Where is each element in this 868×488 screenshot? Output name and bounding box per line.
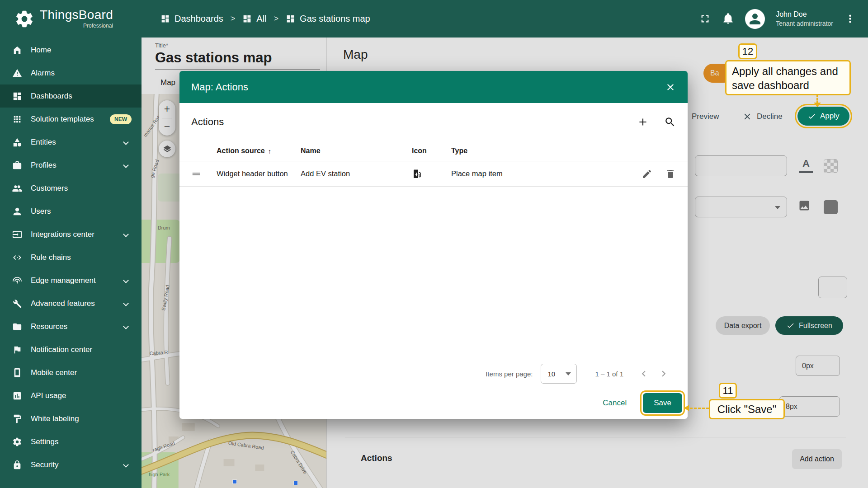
- edit-action-button[interactable]: [642, 169, 652, 179]
- chevron-down-icon: [123, 277, 129, 283]
- chevron-down-icon: [123, 462, 129, 468]
- brand-logo[interactable]: ThingsBoard Professional: [0, 9, 142, 29]
- breadcrumb-all[interactable]: All: [242, 14, 266, 24]
- brand-name: ThingsBoard: [40, 9, 113, 21]
- resources-icon: [12, 322, 22, 332]
- step-12-callout: Apply all changes and save dashboard: [725, 60, 851, 95]
- delete-action-button[interactable]: [665, 169, 676, 179]
- apply-button[interactable]: Apply: [797, 107, 849, 126]
- caret-down-icon: [566, 372, 571, 375]
- drag-handle-icon[interactable]: [191, 169, 211, 179]
- sidebar-item-users[interactable]: Users: [0, 200, 142, 223]
- pagination: Items per page: 10 1 – 1 of 1: [179, 360, 688, 387]
- kebab-menu-icon: [844, 13, 856, 25]
- top-bar: ThingsBoard Professional Dashboards > Al…: [0, 0, 868, 38]
- bell-icon: [722, 13, 734, 25]
- dialog-close-button[interactable]: [665, 82, 676, 93]
- column-name[interactable]: Name: [301, 147, 412, 155]
- sidebar-item-integrations-center[interactable]: Integrations center: [0, 223, 142, 246]
- chevron-left-icon: [638, 368, 650, 380]
- mobile-center-icon: [12, 368, 22, 378]
- callout-connector: [690, 408, 709, 409]
- notification-center-icon: [12, 345, 22, 355]
- map-actions-dialog: Map: Actions Actions Action source ↑ Nam…: [179, 71, 688, 419]
- person-icon: [748, 12, 762, 26]
- dialog-title: Map: Actions: [191, 81, 248, 93]
- search-icon: [664, 116, 676, 128]
- sidebar-item-solution-templates[interactable]: Solution templatesNEW: [0, 108, 142, 131]
- sidebar-item-resources[interactable]: Resources: [0, 315, 142, 338]
- sidebar-item-alarms[interactable]: Alarms: [0, 61, 142, 84]
- close-icon: [665, 82, 676, 93]
- table-row[interactable]: Widget header button Add EV station Plac…: [179, 161, 688, 187]
- actions-section-title: Actions: [191, 116, 224, 128]
- add-action-button[interactable]: [637, 116, 649, 128]
- white-labeling-icon: [12, 414, 22, 424]
- sidebar-item-advanced-features[interactable]: Advanced features: [0, 292, 142, 315]
- sidebar-item-home[interactable]: Home: [0, 38, 142, 61]
- trash-icon: [665, 169, 676, 179]
- dialog-header: Map: Actions: [179, 71, 688, 103]
- step-11-callout: Click "Save": [709, 399, 785, 419]
- cell-name: Add EV station: [301, 169, 412, 178]
- next-page-button[interactable]: [658, 368, 670, 380]
- chevron-down-icon: [123, 139, 129, 145]
- pencil-icon: [642, 169, 652, 179]
- decline-button[interactable]: Decline: [742, 107, 783, 127]
- pagination-range: 1 – 1 of 1: [595, 370, 623, 378]
- column-icon: Icon: [412, 147, 451, 155]
- items-per-page-select[interactable]: 10: [541, 364, 577, 384]
- alarms-icon: [12, 68, 22, 78]
- breadcrumb-current[interactable]: Gas stations map: [286, 14, 370, 24]
- items-per-page-label: Items per page:: [486, 370, 533, 378]
- security-icon: [12, 460, 22, 470]
- fullscreen-icon: [699, 13, 711, 25]
- dialog-footer: Cancel Save: [179, 387, 688, 419]
- api-usage-icon: [12, 391, 22, 401]
- previous-page-button[interactable]: [638, 368, 650, 380]
- user-name: John Doe: [776, 10, 833, 19]
- sidebar-item-profiles[interactable]: Profiles: [0, 154, 142, 177]
- table-header-row: Action source ↑ Name Icon Type: [179, 141, 688, 161]
- plus-icon: [637, 116, 649, 128]
- callout-arrow: [814, 103, 821, 107]
- users-icon: [12, 206, 22, 216]
- dashboards-icon: [12, 91, 22, 101]
- avatar[interactable]: [745, 9, 765, 29]
- user-meta: John Doe Tenant administrator: [776, 10, 833, 28]
- step-12-badge: 12: [738, 43, 757, 59]
- sidebar-item-customers[interactable]: Customers: [0, 177, 142, 200]
- thingsboard-app: ThingsBoard Professional Dashboards > Al…: [0, 0, 868, 488]
- sidebar-item-rule-chains[interactable]: Rule chains: [0, 246, 142, 269]
- apply-highlight-ring: Apply: [795, 104, 852, 128]
- notifications-button[interactable]: [722, 13, 734, 25]
- sort-asc-icon: ↑: [268, 147, 272, 155]
- chevron-down-icon: [123, 162, 129, 168]
- brand-subtitle: Professional: [83, 23, 113, 29]
- sidebar-item-entities[interactable]: Entities: [0, 131, 142, 154]
- solution-templates-icon: [12, 114, 22, 124]
- sidebar-item-dashboards[interactable]: Dashboards: [0, 84, 142, 108]
- sidebar-item-mobile-center[interactable]: Mobile center: [0, 361, 142, 384]
- cancel-button[interactable]: Cancel: [603, 399, 627, 408]
- breadcrumb-dashboards[interactable]: Dashboards: [160, 14, 223, 24]
- sidebar: Home Alarms Dashboards Solution template…: [0, 38, 142, 488]
- dashboard-icon: [160, 14, 170, 23]
- edge-management-icon: [12, 276, 22, 286]
- sidebar-item-api-usage[interactable]: API usage: [0, 384, 142, 407]
- column-action-source[interactable]: Action source ↑: [211, 147, 301, 155]
- user-menu-button[interactable]: [844, 13, 856, 25]
- sidebar-item-edge-management[interactable]: Edge management: [0, 269, 142, 292]
- save-highlight-ring: Save: [640, 390, 685, 416]
- sidebar-item-white-labeling[interactable]: White labeling: [0, 407, 142, 430]
- settings-icon: [12, 437, 22, 447]
- save-button[interactable]: Save: [643, 393, 682, 413]
- sidebar-item-settings[interactable]: Settings: [0, 430, 142, 453]
- fullscreen-button[interactable]: [699, 13, 711, 25]
- sidebar-item-notification-center[interactable]: Notification center: [0, 338, 142, 361]
- breadcrumb: Dashboards > All > Gas stations map: [160, 14, 370, 24]
- check-icon: [807, 112, 816, 121]
- sidebar-item-security[interactable]: Security: [0, 453, 142, 476]
- search-button[interactable]: [664, 116, 676, 128]
- cell-type: Place map item: [451, 169, 620, 178]
